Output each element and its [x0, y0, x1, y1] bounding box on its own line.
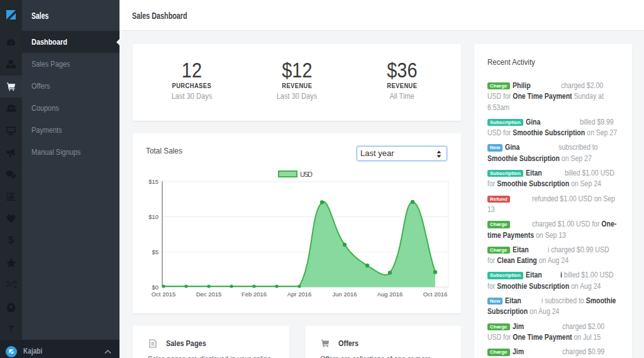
svg-text:$0: $0: [152, 284, 158, 291]
svg-text:Dec 2015: Dec 2015: [196, 291, 222, 298]
svg-text:$5: $5: [152, 249, 158, 255]
svg-text:Apr 2016: Apr 2016: [287, 291, 312, 298]
svg-text:$15: $15: [148, 178, 158, 185]
svg-text:Feb 2016: Feb 2016: [242, 291, 267, 298]
svg-text:USD: USD: [300, 171, 313, 178]
svg-text:Oct 2015: Oct 2015: [152, 291, 176, 298]
svg-text:Jun 2016: Jun 2016: [332, 291, 357, 298]
svg-text:Oct 2016: Oct 2016: [423, 291, 448, 298]
svg-text:Aug 2016: Aug 2016: [377, 291, 403, 298]
svg-text:$10: $10: [148, 213, 158, 220]
